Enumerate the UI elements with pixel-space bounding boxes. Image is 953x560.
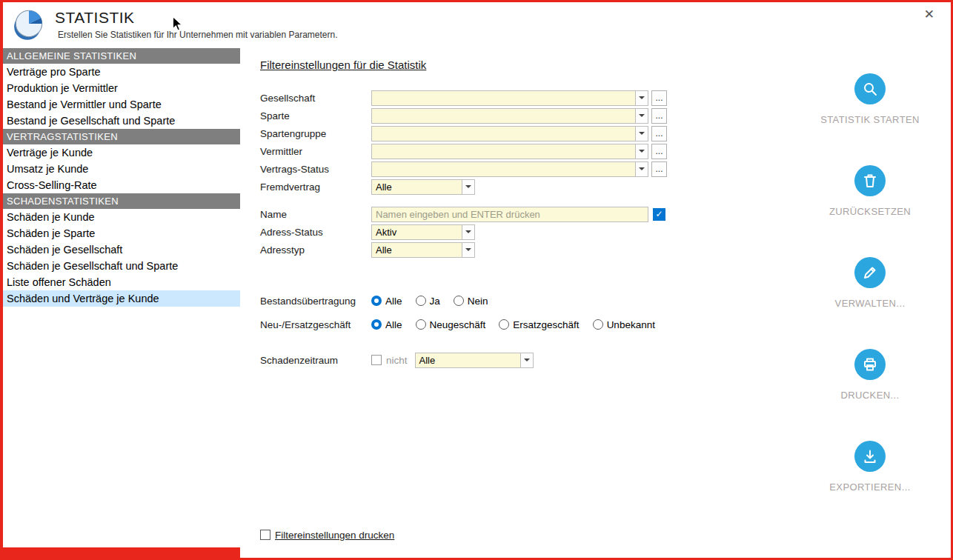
chevron-down-icon[interactable] [635, 109, 648, 123]
close-icon[interactable]: ✕ [924, 8, 934, 21]
sidebar-item-liste-offener-schaeden[interactable]: Liste offener Schäden [3, 274, 240, 290]
vermittler-value [372, 144, 635, 159]
radio-checked-icon [371, 296, 382, 306]
verwalten-button[interactable]: VERWALTEN... [835, 257, 906, 309]
sidebar-item-umsatz-je-kunde[interactable]: Umsatz je Kunde [3, 161, 240, 177]
chevron-down-icon[interactable] [635, 91, 648, 105]
chevron-down-icon[interactable] [462, 180, 474, 194]
chevron-down-icon[interactable] [635, 144, 648, 159]
pie-chart-icon [10, 6, 47, 43]
gesellschaft-combo[interactable] [371, 90, 648, 106]
radio-label: Neugeschäft [430, 319, 486, 330]
name-input[interactable] [371, 207, 648, 222]
radio-icon [593, 319, 603, 330]
action-label: ZURÜCKSETZEN [829, 206, 911, 217]
pencil-icon [854, 257, 886, 288]
spartengruppe-combo[interactable] [371, 126, 648, 141]
chevron-down-icon[interactable] [635, 127, 648, 141]
action-label: DRUCKEN... [840, 390, 899, 401]
download-icon [854, 441, 886, 472]
neu-ersatzgeschaeft-label: Neu-/Ersatzgeschäft [260, 319, 371, 330]
sidebar-item-bestand-je-gesellschaft-und-sparte[interactable]: Bestand je Gesellschaft und Sparte [3, 113, 240, 129]
exportieren-button[interactable]: EXPORTIEREN... [829, 441, 910, 493]
gesellschaft-label: Gesellschaft [260, 93, 371, 104]
schadenzeitraum-value: Alle [416, 353, 520, 367]
page-title: STATISTIK [55, 9, 135, 27]
neu-ersatz-alle-radio[interactable]: Alle [371, 319, 402, 330]
radio-label: Nein [468, 296, 488, 307]
ersatzgeschaeft-radio[interactable]: Ersatzgeschäft [499, 319, 579, 330]
sidebar-item-produktion-je-vermittler[interactable]: Produktion je Vermittler [3, 80, 240, 96]
search-icon [854, 73, 886, 104]
sidebar-item-schaeden-je-gesellschaft[interactable]: Schäden je Gesellschaft [3, 241, 240, 258]
statistik-starten-button[interactable]: STATISTIK STARTEN [820, 73, 920, 125]
bestand-ja-radio[interactable]: Ja [416, 296, 440, 307]
window-header: STATISTIK Erstellen Sie Statistiken für … [3, 2, 951, 47]
nicht-label: nicht [386, 355, 408, 366]
radio-label: Unbekannt [607, 319, 655, 330]
action-label: VERWALTEN... [835, 298, 906, 309]
schadenzeitraum-combo[interactable]: Alle [415, 353, 534, 368]
nicht-checkbox[interactable] [371, 355, 382, 365]
print-filter-checkbox[interactable] [260, 530, 270, 540]
sparte-value [372, 109, 635, 123]
name-filter-checkbox[interactable] [653, 208, 665, 221]
sidebar-item-vertraege-pro-sparte[interactable]: Verträge pro Sparte [3, 64, 240, 80]
sidebar-item-vertraege-je-kunde[interactable]: Verträge je Kunde [3, 144, 240, 161]
statistics-sidebar: ALLGEMEINE STATISTIKEN Verträge pro Spar… [3, 48, 240, 547]
adresstyp-label: Adresstyp [260, 244, 371, 256]
chevron-down-icon[interactable] [635, 162, 648, 176]
spartengruppe-label: Spartengruppe [260, 128, 371, 139]
radio-label: Alle [385, 319, 402, 330]
vertrags-status-more-button[interactable]: ... [651, 161, 667, 177]
spartengruppe-more-button[interactable]: ... [651, 126, 667, 141]
sparte-more-button[interactable]: ... [651, 108, 667, 124]
trash-icon [854, 165, 886, 196]
bestandsuebertragung-label: Bestandsübertragung [260, 296, 371, 307]
zuruecksetzen-button[interactable]: ZURÜCKSETZEN [829, 165, 911, 217]
bestand-nein-radio[interactable]: Nein [454, 296, 488, 307]
vertrags-status-combo[interactable] [371, 161, 648, 177]
bestand-alle-radio[interactable]: Alle [371, 296, 402, 307]
chevron-down-icon[interactable] [462, 225, 474, 239]
radio-label: Alle [385, 296, 402, 307]
radio-icon [416, 296, 426, 306]
vermittler-combo[interactable] [371, 144, 648, 159]
neugeschaeft-radio[interactable]: Neugeschäft [416, 319, 486, 330]
sidebar-section-vertragstatistiken: VERTRAGSTATISTIKEN [3, 129, 240, 144]
chevron-down-icon[interactable] [520, 353, 533, 367]
sidebar-item-schaeden-je-gesellschaft-und-sparte[interactable]: Schäden je Gesellschaft und Sparte [3, 258, 240, 274]
sidebar-item-schaeden-je-kunde[interactable]: Schäden je Kunde [3, 209, 240, 225]
adress-status-value: Aktiv [372, 225, 462, 239]
sidebar-item-schaeden-je-sparte[interactable]: Schäden je Sparte [3, 225, 240, 241]
schadenzeitraum-label: Schadenzeitraum [260, 355, 371, 366]
sidebar-item-bestand-je-vermittler-und-sparte[interactable]: Bestand je Vermittler und Sparte [3, 96, 240, 113]
sidebar-item-cross-selling-rate[interactable]: Cross-Selling-Rate [3, 177, 240, 193]
printer-icon [854, 349, 886, 380]
action-label: STATISTIK STARTEN [820, 114, 920, 125]
radio-label: Ja [430, 296, 440, 307]
name-label: Name [260, 209, 371, 220]
radio-icon [499, 319, 509, 330]
chevron-down-icon[interactable] [462, 243, 474, 257]
vertrags-status-value [372, 162, 635, 176]
adresstyp-combo[interactable]: Alle [371, 242, 475, 258]
gesellschaft-value [372, 91, 635, 105]
action-column: STATISTIK STARTEN ZURÜCKSETZEN VERWALTEN… [806, 73, 934, 493]
adress-status-combo[interactable]: Aktiv [371, 224, 475, 240]
vermittler-label: Vermittler [260, 146, 371, 157]
fremdvertrag-value: Alle [372, 180, 462, 194]
fremdvertrag-combo[interactable]: Alle [371, 179, 475, 195]
sparte-label: Sparte [260, 110, 371, 121]
vermittler-more-button[interactable]: ... [651, 144, 667, 159]
unbekannt-radio[interactable]: Unbekannt [593, 319, 655, 330]
drucken-button[interactable]: DRUCKEN... [840, 349, 899, 401]
radio-icon [416, 319, 426, 330]
sparte-combo[interactable] [371, 108, 648, 124]
vertrags-status-label: Vertrags-Status [260, 164, 371, 175]
sidebar-item-schaeden-und-vertraege-je-kunde[interactable]: Schäden und Verträge je Kunde [3, 290, 240, 307]
adresstyp-value: Alle [372, 243, 462, 257]
print-filter-label: Filtereinstellungen drucken [275, 530, 394, 541]
sidebar-section-schadenstatistiken: SCHADENSTATISTIKEN [3, 193, 240, 209]
gesellschaft-more-button[interactable]: ... [651, 90, 667, 106]
